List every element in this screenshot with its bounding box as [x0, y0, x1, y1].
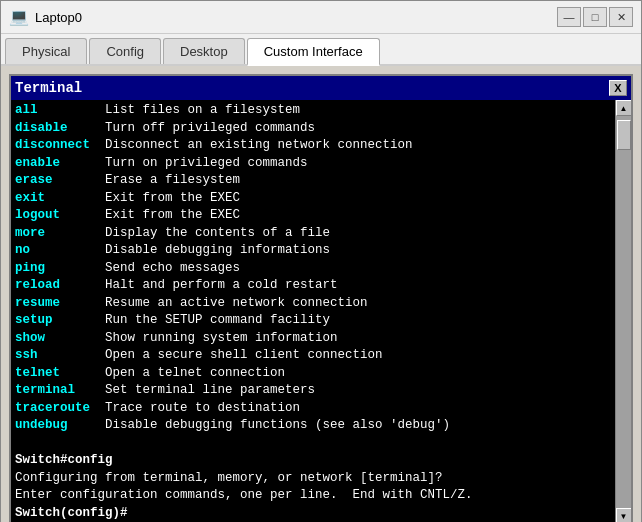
- terminal-body: all List files on a filesystem disable T…: [11, 100, 631, 522]
- title-bar: 💻 Laptop0 — □ ✕: [1, 1, 641, 34]
- terminal-title-text: Terminal: [15, 80, 82, 96]
- terminal-window: Terminal X all List files on a filesyste…: [9, 74, 633, 522]
- tab-config[interactable]: Config: [89, 38, 161, 64]
- minimize-button[interactable]: —: [557, 7, 581, 27]
- scroll-up-button[interactable]: ▲: [616, 100, 632, 116]
- tabs-row: Physical Config Desktop Custom Interface: [1, 34, 641, 66]
- tab-desktop[interactable]: Desktop: [163, 38, 245, 64]
- scrollbar[interactable]: ▲ ▼: [615, 100, 631, 522]
- scrollbar-track[interactable]: [616, 116, 631, 508]
- tab-custom-interface[interactable]: Custom Interface: [247, 38, 380, 66]
- main-content: Terminal X all List files on a filesyste…: [1, 66, 641, 522]
- window-icon: 💻: [9, 7, 29, 27]
- scroll-down-button[interactable]: ▼: [616, 508, 632, 522]
- tab-physical[interactable]: Physical: [5, 38, 87, 64]
- terminal-close-button[interactable]: X: [609, 80, 627, 96]
- window-title: Laptop0: [35, 10, 557, 25]
- terminal-title-bar: Terminal X: [11, 76, 631, 100]
- close-button[interactable]: ✕: [609, 7, 633, 27]
- main-window: 💻 Laptop0 — □ ✕ Physical Config Desktop …: [0, 0, 642, 522]
- terminal-content[interactable]: all List files on a filesystem disable T…: [11, 100, 615, 522]
- maximize-button[interactable]: □: [583, 7, 607, 27]
- window-controls: — □ ✕: [557, 7, 633, 27]
- scrollbar-thumb[interactable]: [617, 120, 631, 150]
